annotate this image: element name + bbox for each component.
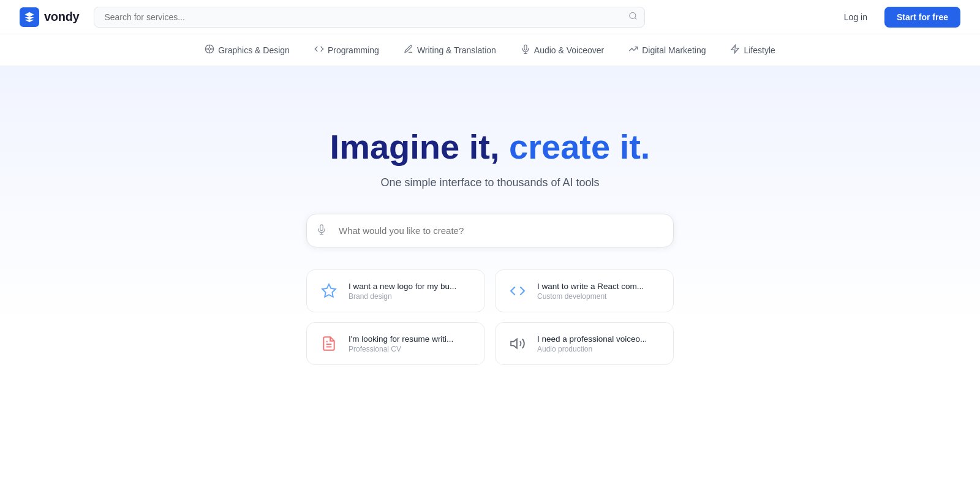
programming-icon: [314, 44, 324, 56]
svg-point-0: [630, 12, 636, 18]
card-subtitle-resume: Professional CV: [349, 345, 453, 353]
mic-icon: [316, 224, 327, 238]
card-title-logo: I want a new logo for my bu...: [349, 282, 456, 291]
nav-item-programming[interactable]: Programming: [314, 44, 379, 56]
nav-lifestyle-label: Lifestyle: [744, 45, 775, 55]
suggestion-card-logo[interactable]: I want a new logo for my bu... Brand des…: [306, 269, 485, 312]
create-input[interactable]: [306, 214, 674, 247]
hero-title: Imagine it, create it.: [330, 127, 650, 167]
nav-item-audio[interactable]: Audio & Voiceover: [521, 44, 604, 56]
suggestion-card-react[interactable]: I want to write a React com... Custom de…: [495, 269, 674, 312]
suggestion-card-voiceover[interactable]: I need a professional voiceo... Audio pr…: [495, 322, 674, 365]
nav-item-graphics[interactable]: Graphics & Design: [205, 44, 290, 56]
suggestion-cards: I want a new logo for my bu... Brand des…: [306, 269, 674, 365]
create-input-wrapper: [306, 214, 674, 247]
card-text-logo: I want a new logo for my bu... Brand des…: [349, 282, 456, 301]
logo-icon: [20, 7, 39, 27]
card-subtitle-logo: Brand design: [349, 292, 456, 301]
voiceover-icon: [507, 333, 529, 355]
hero-title-part2: create it.: [509, 127, 650, 166]
svg-marker-15: [511, 339, 517, 348]
card-text-react: I want to write a React com... Custom de…: [537, 282, 644, 301]
nav-item-lifestyle[interactable]: Lifestyle: [730, 44, 775, 56]
svg-marker-12: [322, 285, 336, 298]
nav-graphics-label: Graphics & Design: [218, 45, 290, 55]
card-text-resume: I'm looking for resume writi... Professi…: [349, 334, 453, 353]
code-icon: [507, 280, 529, 302]
nav-item-marketing[interactable]: Digital Marketing: [628, 44, 706, 56]
main-content: Imagine it, create it. One simple interf…: [0, 66, 980, 492]
header-search-input[interactable]: [94, 7, 645, 28]
card-title-voiceover: I need a professional voiceo...: [537, 334, 647, 344]
card-text-voiceover: I need a professional voiceo... Audio pr…: [537, 334, 647, 353]
card-title-resume: I'm looking for resume writi...: [349, 334, 453, 344]
lifestyle-icon: [730, 44, 740, 56]
suggestion-card-resume[interactable]: I'm looking for resume writi... Professi…: [306, 322, 485, 365]
audio-icon: [521, 44, 530, 56]
start-for-free-button[interactable]: Start for free: [884, 7, 960, 28]
card-title-react: I want to write a React com...: [537, 282, 644, 291]
header: vondy Log in Start for free: [0, 0, 980, 34]
marketing-icon: [628, 44, 638, 56]
graphics-icon: [205, 44, 214, 56]
search-icon: [628, 11, 638, 23]
resume-icon: [318, 333, 340, 355]
nav-writing-label: Writing & Translation: [417, 45, 496, 55]
logo[interactable]: vondy: [20, 7, 79, 27]
svg-point-2: [208, 48, 211, 50]
card-subtitle-voiceover: Audio production: [537, 345, 647, 353]
header-search: [94, 7, 645, 28]
brand-icon: [318, 280, 340, 302]
nav-marketing-label: Digital Marketing: [642, 45, 706, 55]
nav-bar: Graphics & Design Programming Writing & …: [0, 34, 980, 66]
nav-item-writing[interactable]: Writing & Translation: [404, 44, 496, 56]
nav-programming-label: Programming: [328, 45, 379, 55]
svg-marker-9: [731, 45, 739, 53]
hero-subtitle: One simple interface to thousands of AI …: [380, 176, 599, 189]
nav-audio-label: Audio & Voiceover: [534, 45, 604, 55]
card-subtitle-react: Custom development: [537, 292, 644, 301]
writing-icon: [404, 44, 413, 56]
logo-text: vondy: [44, 10, 79, 24]
login-button[interactable]: Log in: [837, 7, 875, 27]
hero-title-part1: Imagine it,: [330, 127, 500, 166]
header-actions: Log in Start for free: [837, 7, 960, 28]
